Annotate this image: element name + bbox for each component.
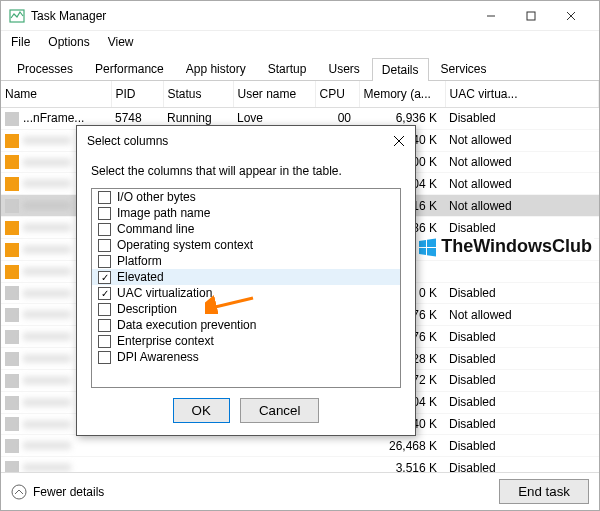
column-option[interactable]: ✓Elevated [92,269,400,285]
checkbox[interactable] [98,191,111,204]
column-option[interactable]: I/O other bytes [92,189,400,205]
column-option-label: DPI Awareness [117,350,199,364]
column-option-label: Platform [117,254,162,268]
process-icon [5,243,19,257]
menu-file[interactable]: File [11,35,30,49]
column-option-label: Operating system context [117,238,253,252]
column-option-label: I/O other bytes [117,190,196,204]
tab-users[interactable]: Users [318,57,369,80]
svg-marker-12 [419,248,426,255]
fewer-details-label: Fewer details [33,485,104,499]
ok-button[interactable]: OK [173,398,230,423]
minimize-button[interactable] [471,2,511,30]
column-header[interactable]: UAC virtua... [445,81,599,108]
column-header[interactable]: User name [233,81,315,108]
checkbox[interactable] [98,223,111,236]
process-icon [5,330,19,344]
tabs: ProcessesPerformanceApp historyStartupUs… [1,53,599,81]
process-icon [5,155,19,169]
menubar: File Options View [1,31,599,53]
process-icon [5,352,19,366]
process-icon [5,439,19,453]
checkbox[interactable] [98,303,111,316]
table-row[interactable]: xxxxxxxx26,468 KDisabled [1,435,599,457]
column-option[interactable]: Enterprise context [92,333,400,349]
column-option-label: Data execution prevention [117,318,256,332]
select-columns-dialog: Select columns Select the columns that w… [76,125,416,436]
column-option-label: Enterprise context [117,334,214,348]
column-option[interactable]: DPI Awareness [92,349,400,365]
windows-logo-icon [417,237,437,257]
column-option-label: UAC virtualization [117,286,212,300]
column-option[interactable]: Image path name [92,205,400,221]
dialog-title: Select columns [87,134,168,148]
column-header[interactable]: Memory (a... [359,81,445,108]
process-icon [5,265,19,279]
svg-marker-13 [427,248,436,257]
tab-app-history[interactable]: App history [176,57,256,80]
svg-point-5 [12,485,26,499]
checkbox[interactable] [98,351,111,364]
process-icon [5,461,19,472]
titlebar: Task Manager [1,1,599,31]
column-header[interactable]: Status [163,81,233,108]
column-option[interactable]: ✓UAC virtualization [92,285,400,301]
column-option-label: Command line [117,222,194,236]
watermark-text: TheWindowsClub [441,236,592,257]
column-option[interactable]: Command line [92,221,400,237]
checkbox[interactable] [98,319,111,332]
process-icon [5,286,19,300]
column-option[interactable]: Platform [92,253,400,269]
table-row[interactable]: xxxxxxxx3,516 KDisabled [1,457,599,472]
process-icon [5,308,19,322]
menu-view[interactable]: View [108,35,134,49]
watermark: TheWindowsClub [415,236,594,257]
checkbox[interactable] [98,335,111,348]
process-icon [5,417,19,431]
tab-performance[interactable]: Performance [85,57,174,80]
process-icon [5,374,19,388]
end-task-button[interactable]: End task [499,479,589,504]
checkbox[interactable]: ✓ [98,287,111,300]
fewer-details-button[interactable]: Fewer details [11,484,104,500]
column-header[interactable]: CPU [315,81,359,108]
column-option[interactable]: Operating system context [92,237,400,253]
process-icon [5,221,19,235]
column-option-label: Description [117,302,177,316]
app-icon [9,8,25,24]
window-title: Task Manager [31,9,471,23]
maximize-button[interactable] [511,2,551,30]
column-option[interactable]: Description [92,301,400,317]
column-option-label: Elevated [117,270,164,284]
columns-list[interactable]: I/O other bytesImage path nameCommand li… [91,188,401,388]
svg-marker-10 [419,240,426,247]
chevron-up-icon [11,484,27,500]
process-icon [5,199,19,213]
process-icon [5,396,19,410]
checkbox[interactable]: ✓ [98,271,111,284]
checkbox[interactable] [98,207,111,220]
tab-processes[interactable]: Processes [7,57,83,80]
tab-services[interactable]: Services [431,57,497,80]
column-header[interactable]: PID [111,81,163,108]
process-icon [5,177,19,191]
checkbox[interactable] [98,239,111,252]
process-icon [5,134,19,148]
process-icon [5,112,19,126]
dialog-description: Select the columns that will appear in t… [91,164,401,178]
column-header[interactable]: Name [1,81,111,108]
column-option-label: Image path name [117,206,210,220]
checkbox[interactable] [98,255,111,268]
svg-marker-11 [427,238,436,247]
cancel-button[interactable]: Cancel [240,398,320,423]
tab-details[interactable]: Details [372,58,429,81]
dialog-close-button[interactable] [393,135,405,147]
svg-rect-2 [527,12,535,20]
menu-options[interactable]: Options [48,35,89,49]
tab-startup[interactable]: Startup [258,57,317,80]
column-option[interactable]: Data execution prevention [92,317,400,333]
footer: Fewer details End task [1,472,599,510]
close-button[interactable] [551,2,591,30]
